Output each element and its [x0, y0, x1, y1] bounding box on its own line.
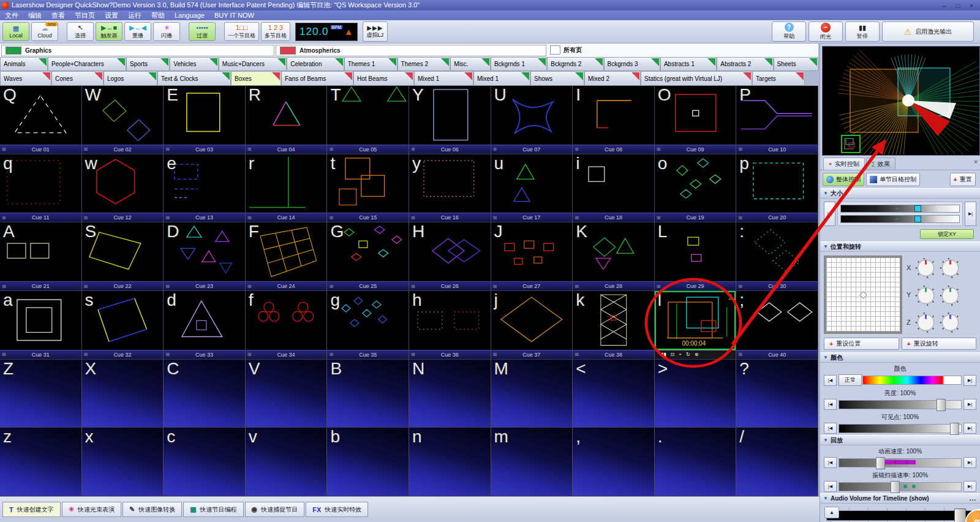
- anim-step-right-button[interactable]: ▶|: [963, 457, 976, 468]
- anim-step-left-button[interactable]: |◀: [824, 457, 837, 468]
- audio-volume-handle[interactable]: [954, 509, 966, 522]
- visible-points-thumb[interactable]: [950, 423, 959, 435]
- empty-cue-cell-66[interactable]: B: [327, 360, 409, 428]
- category-atmospherics[interactable]: Atmospherics: [276, 45, 546, 56]
- size-x-thumb[interactable]: [914, 205, 921, 212]
- empty-cue-cell-47[interactable]: /: [736, 428, 818, 496]
- page-tab-misc-[interactable]: Misc.: [450, 57, 491, 71]
- page-tab-fans-of-beams[interactable]: Fans of Beams: [281, 71, 353, 86]
- help-button[interactable]: ?帮助: [772, 21, 806, 42]
- visible-step-left-button[interactable]: |◀: [824, 423, 837, 434]
- lock-xy-button[interactable]: 锁定XY: [920, 229, 974, 239]
- cue-cell-cue-28[interactable]: K⊞Cue 28: [573, 222, 655, 291]
- fine-knob-x[interactable]: [940, 257, 961, 278]
- empty-cue-cell-60[interactable]: <: [573, 360, 655, 428]
- menu-item-5[interactable]: 运行: [123, 10, 146, 20]
- cue-cell-cue-20[interactable]: p⊞Cue 20: [736, 154, 818, 223]
- page-tab-bckgrnds-3[interactable]: Bckgrnds 3: [604, 57, 660, 71]
- page-tab-boxes[interactable]: Boxes: [231, 71, 281, 86]
- page-tab-cones[interactable]: Cones: [51, 71, 104, 86]
- scan-rate-slider[interactable]: [839, 482, 962, 491]
- color-step-right-button[interactable]: ▶|: [963, 375, 976, 386]
- restore-icon[interactable]: □: [952, 2, 964, 9]
- metronome-icon[interactable]: ▲: [344, 27, 353, 36]
- page-tab-celebration[interactable]: Celebration: [287, 57, 344, 71]
- cue-cell-cue-13[interactable]: e⊞Cue 13: [164, 154, 246, 223]
- empty-cue-cell-98[interactable]: b: [327, 428, 409, 496]
- cue-cell-cue-07[interactable]: U⊛Cue 07: [491, 86, 573, 154]
- more-icon[interactable]: ...: [970, 495, 980, 502]
- cue-cell-cue-11[interactable]: q⊛Cue 11: [0, 154, 82, 223]
- scan-step-left-button[interactable]: |◀: [824, 481, 837, 492]
- empty-cue-cell-122[interactable]: z: [0, 428, 82, 496]
- cue-cell-cue-40[interactable]: ;⊞Cue 40: [736, 291, 818, 360]
- empty-cue-cell-67[interactable]: C: [164, 360, 246, 428]
- page-tab-text-clocks[interactable]: Text & Clocks: [157, 71, 231, 86]
- page-tab-abstracts-2[interactable]: Abstracts 2: [717, 57, 773, 71]
- page-tab-mixed-2[interactable]: Mixed 2: [584, 71, 641, 86]
- transition-button[interactable]: •••••过渡: [189, 22, 216, 41]
- visible-step-right-button[interactable]: ▶|: [963, 423, 976, 434]
- brightness-step-right-button[interactable]: ▶|: [963, 399, 976, 410]
- enable-laser-output-button[interactable]: ⚠启用激光输出: [882, 21, 974, 42]
- cue-cell-cue-35[interactable]: g⊞Cue 35: [327, 291, 409, 360]
- audio-section-header[interactable]: ▼ Audio Volume for Timeline (show) ...: [820, 493, 980, 504]
- category-graphics[interactable]: Graphics: [1, 45, 274, 56]
- rotate-icon[interactable]: ↻: [686, 352, 690, 357]
- quick-beam-show-tab[interactable]: ✳快速光束表演: [62, 502, 121, 517]
- page-tab-abstracts-1[interactable]: Abstracts 1: [660, 57, 717, 71]
- page-tab-hot-beams[interactable]: Hot Beams: [353, 71, 414, 86]
- empty-cue-cell-88[interactable]: X: [82, 360, 164, 428]
- reset-rotation-button[interactable]: + 重设旋转: [902, 338, 977, 350]
- empty-cue-cell-99[interactable]: c: [164, 428, 246, 496]
- flash-button[interactable]: ✳闪播: [153, 22, 180, 41]
- position-section-header[interactable]: ▼ 位置和旋转: [820, 241, 980, 252]
- brightness-step-left-button[interactable]: |◀: [824, 399, 837, 410]
- quick-capture-tab[interactable]: ◉快速捕捉节目: [245, 502, 305, 517]
- coarse-knob-z[interactable]: [915, 311, 937, 333]
- brightness-slider[interactable]: [839, 400, 962, 409]
- cue-cell-cue-25[interactable]: G⊞Cue 25: [327, 222, 409, 291]
- fine-knob-y[interactable]: [940, 284, 961, 306]
- cue-cell-cue-21[interactable]: A⊞Cue 21: [0, 222, 82, 291]
- size-y-slider[interactable]: →: [840, 215, 960, 223]
- cue-cell-cue-08[interactable]: I⊛Cue 08: [573, 86, 655, 154]
- pause-icon[interactable]: ▮▮: [661, 352, 666, 357]
- size-step-left-button[interactable]: |◀: [824, 202, 835, 226]
- page-tab-waves[interactable]: Waves: [0, 71, 51, 86]
- page-tab-logos[interactable]: Logos: [104, 71, 157, 86]
- empty-cue-cell-110[interactable]: n: [409, 428, 491, 496]
- cue-cell-cue-31[interactable]: a⊞Cue 31: [0, 291, 82, 360]
- cue-cell-cue-01[interactable]: Q⊞Cue 01: [0, 86, 82, 154]
- page-tab-music-dancers[interactable]: Music+Dancers: [219, 57, 287, 71]
- audio-volume-slider[interactable]: [826, 510, 974, 521]
- scan-step-right-button[interactable]: ▶|: [963, 481, 976, 492]
- empty-cue-cell-86[interactable]: V: [246, 360, 328, 428]
- page-tab-themes-1[interactable]: Themes 1: [344, 57, 398, 71]
- cue-cell-cue-06[interactable]: Y⊛Cue 06: [409, 86, 491, 154]
- cue-cell-cue-30[interactable]: :⊞Cue 30: [736, 222, 818, 291]
- tab-realtime-control[interactable]: ⌖ 实时控制: [823, 157, 865, 170]
- cue-cell-cue-32[interactable]: s⊞Cue 32: [82, 291, 164, 360]
- menu-item-4[interactable]: 设置: [100, 10, 123, 20]
- menu-item-1[interactable]: 编辑: [23, 10, 47, 20]
- all-pages-toggle[interactable]: 所有页: [550, 45, 582, 55]
- select-button[interactable]: ↖选择: [67, 22, 94, 41]
- page-tab-sheets[interactable]: Sheets: [774, 57, 818, 71]
- color-normal-chip[interactable]: 正常: [839, 374, 862, 386]
- cue-cell-cue-15[interactable]: t⊞Cue 15: [327, 154, 409, 223]
- page-tab-bckgrnds-2[interactable]: Bckgrnds 2: [547, 57, 603, 71]
- cue-cell-cue-14[interactable]: r⊞Cue 14: [246, 154, 328, 223]
- trigger-button[interactable]: ▶↔■触发器: [96, 22, 123, 41]
- position-icon[interactable]: ⊕: [695, 352, 699, 357]
- page-tab-targets[interactable]: Targets: [752, 71, 805, 86]
- cue-cell-cue-38[interactable]: k⊞Cue 38: [573, 291, 655, 360]
- replay-button[interactable]: ▶↔◀重播: [124, 22, 151, 41]
- scroll-up-button[interactable]: ▲: [824, 507, 839, 518]
- scan-rate-thumb[interactable]: [891, 481, 900, 493]
- overall-control-button[interactable]: 整体控制: [823, 173, 864, 186]
- all-pages-checkbox[interactable]: [550, 45, 560, 55]
- color-step-left-button[interactable]: |◀: [824, 375, 837, 386]
- cloud-button[interactable]: ☁betaCloud: [31, 22, 58, 41]
- cue-cell-cue-19[interactable]: o⊞Cue 19: [655, 154, 737, 223]
